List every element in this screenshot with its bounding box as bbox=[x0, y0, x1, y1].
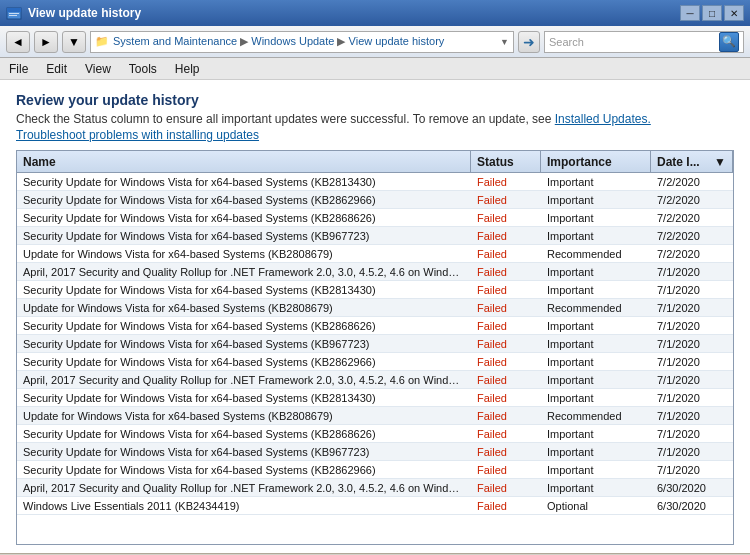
cell-status: Failed bbox=[471, 409, 541, 423]
troubleshoot-link[interactable]: Troubleshoot problems with installing up… bbox=[16, 128, 734, 142]
menu-file[interactable]: File bbox=[6, 61, 31, 77]
svg-rect-1 bbox=[7, 8, 21, 12]
cell-name: Security Update for Windows Vista for x6… bbox=[17, 337, 471, 351]
table-row[interactable]: Security Update for Windows Vista for x6… bbox=[17, 209, 733, 227]
cell-date: 7/1/2020 bbox=[651, 445, 733, 459]
cell-date: 7/1/2020 bbox=[651, 355, 733, 369]
menu-tools[interactable]: Tools bbox=[126, 61, 160, 77]
cell-date: 7/2/2020 bbox=[651, 247, 733, 261]
cell-name: Update for Windows Vista for x64-based S… bbox=[17, 247, 471, 261]
table-row[interactable]: Security Update for Windows Vista for x6… bbox=[17, 281, 733, 299]
cell-date: 6/30/2020 bbox=[651, 499, 733, 513]
window-title: View update history bbox=[28, 6, 141, 20]
table-row[interactable]: Windows Live Essentials 2011 (KB2434419)… bbox=[17, 497, 733, 515]
address-text: System and Maintenance ▶ Windows Update … bbox=[113, 35, 496, 48]
table-body[interactable]: Security Update for Windows Vista for x6… bbox=[17, 173, 733, 544]
cell-importance: Important bbox=[541, 463, 651, 477]
window-icon bbox=[6, 5, 22, 21]
cell-date: 7/1/2020 bbox=[651, 265, 733, 279]
cell-status: Failed bbox=[471, 481, 541, 495]
title-buttons: ─ □ ✕ bbox=[680, 5, 744, 21]
cell-name: Security Update for Windows Vista for x6… bbox=[17, 445, 471, 459]
cell-date: 7/1/2020 bbox=[651, 463, 733, 477]
cell-importance: Important bbox=[541, 481, 651, 495]
cell-importance: Important bbox=[541, 175, 651, 189]
address-dropdown-icon: ▼ bbox=[500, 37, 509, 47]
address-bar[interactable]: 📁 System and Maintenance ▶ Windows Updat… bbox=[90, 31, 514, 53]
table-row[interactable]: Security Update for Windows Vista for x6… bbox=[17, 173, 733, 191]
search-icon: 🔍 bbox=[722, 35, 736, 48]
search-button[interactable]: 🔍 bbox=[719, 32, 739, 52]
cell-name: Security Update for Windows Vista for x6… bbox=[17, 229, 471, 243]
forward-button[interactable]: ► bbox=[34, 31, 58, 53]
menu-help[interactable]: Help bbox=[172, 61, 203, 77]
cell-status: Failed bbox=[471, 427, 541, 441]
table-row[interactable]: Security Update for Windows Vista for x6… bbox=[17, 335, 733, 353]
cell-importance: Important bbox=[541, 319, 651, 333]
col-header-date[interactable]: Date I... ▼ bbox=[651, 151, 733, 172]
menu-view[interactable]: View bbox=[82, 61, 114, 77]
table-row[interactable]: Security Update for Windows Vista for x6… bbox=[17, 191, 733, 209]
description-line: Check the Status column to ensure all im… bbox=[16, 112, 734, 126]
table-row[interactable]: Security Update for Windows Vista for x6… bbox=[17, 317, 733, 335]
table-row[interactable]: April, 2017 Security and Quality Rollup … bbox=[17, 371, 733, 389]
dropdown-button[interactable]: ▼ bbox=[62, 31, 86, 53]
cell-date: 6/30/2020 bbox=[651, 481, 733, 495]
page-title: Review your update history bbox=[16, 92, 734, 108]
table-row[interactable]: Update for Windows Vista for x64-based S… bbox=[17, 299, 733, 317]
cell-date: 7/1/2020 bbox=[651, 427, 733, 441]
cell-status: Failed bbox=[471, 265, 541, 279]
col-header-importance[interactable]: Importance bbox=[541, 151, 651, 172]
go-icon: ➜ bbox=[523, 34, 535, 50]
cell-importance: Important bbox=[541, 337, 651, 351]
search-box[interactable]: 🔍 bbox=[544, 31, 744, 53]
cell-date: 7/2/2020 bbox=[651, 193, 733, 207]
menu-edit[interactable]: Edit bbox=[43, 61, 70, 77]
cell-name: Security Update for Windows Vista for x6… bbox=[17, 427, 471, 441]
cell-date: 7/2/2020 bbox=[651, 175, 733, 189]
table-row[interactable]: Update for Windows Vista for x64-based S… bbox=[17, 245, 733, 263]
cell-status: Failed bbox=[471, 319, 541, 333]
back-button[interactable]: ◄ bbox=[6, 31, 30, 53]
cell-date: 7/2/2020 bbox=[651, 229, 733, 243]
col-header-status[interactable]: Status bbox=[471, 151, 541, 172]
cell-date: 7/1/2020 bbox=[651, 319, 733, 333]
table-header: Name Status Importance Date I... ▼ bbox=[17, 151, 733, 173]
installed-updates-link[interactable]: Installed Updates. bbox=[555, 112, 651, 126]
cell-status: Failed bbox=[471, 211, 541, 225]
address-part-2: Windows Update bbox=[251, 35, 334, 47]
cell-status: Failed bbox=[471, 247, 541, 261]
cell-importance: Important bbox=[541, 265, 651, 279]
table-row[interactable]: April, 2017 Security and Quality Rollup … bbox=[17, 479, 733, 497]
svg-rect-2 bbox=[9, 13, 19, 14]
table-row[interactable]: Security Update for Windows Vista for x6… bbox=[17, 443, 733, 461]
forward-icon: ► bbox=[40, 35, 52, 49]
cell-name: April, 2017 Security and Quality Rollup … bbox=[17, 373, 471, 387]
col-header-name[interactable]: Name bbox=[17, 151, 471, 172]
table-row[interactable]: Update for Windows Vista for x64-based S… bbox=[17, 407, 733, 425]
table-row[interactable]: April, 2017 Security and Quality Rollup … bbox=[17, 263, 733, 281]
cell-status: Failed bbox=[471, 175, 541, 189]
cell-date: 7/2/2020 bbox=[651, 211, 733, 225]
cell-status: Failed bbox=[471, 445, 541, 459]
table-row[interactable]: Security Update for Windows Vista for x6… bbox=[17, 389, 733, 407]
cell-status: Failed bbox=[471, 229, 541, 243]
table-row[interactable]: Security Update for Windows Vista for x6… bbox=[17, 227, 733, 245]
go-button[interactable]: ➜ bbox=[518, 31, 540, 53]
table-row[interactable]: Security Update for Windows Vista for x6… bbox=[17, 425, 733, 443]
cell-importance: Recommended bbox=[541, 301, 651, 315]
table-row[interactable]: Security Update for Windows Vista for x6… bbox=[17, 461, 733, 479]
table-row[interactable]: Security Update for Windows Vista for x6… bbox=[17, 353, 733, 371]
cell-name: Security Update for Windows Vista for x6… bbox=[17, 355, 471, 369]
search-input[interactable] bbox=[549, 36, 717, 48]
minimize-button[interactable]: ─ bbox=[680, 5, 700, 21]
title-bar-left: View update history bbox=[6, 5, 141, 21]
close-button[interactable]: ✕ bbox=[724, 5, 744, 21]
cell-importance: Recommended bbox=[541, 409, 651, 423]
cell-name: Security Update for Windows Vista for x6… bbox=[17, 211, 471, 225]
maximize-button[interactable]: □ bbox=[702, 5, 722, 21]
cell-status: Failed bbox=[471, 463, 541, 477]
cell-date: 7/1/2020 bbox=[651, 301, 733, 315]
cell-date: 7/1/2020 bbox=[651, 373, 733, 387]
cell-importance: Important bbox=[541, 427, 651, 441]
